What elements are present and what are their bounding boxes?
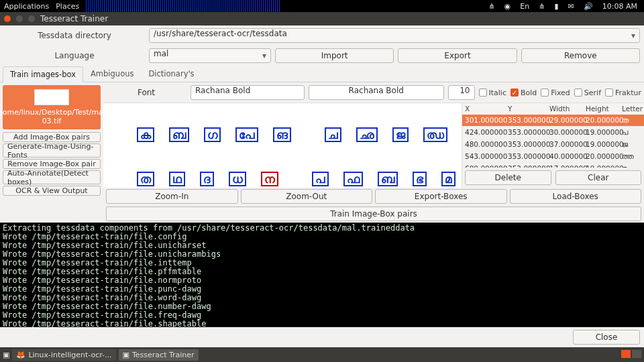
workspace-switcher[interactable] (620, 350, 641, 360)
image-thumbnail[interactable]: /home/linux/Desktop/Test/mal-03.tif (3, 85, 101, 129)
table-cell: 17.000000 (547, 163, 583, 168)
table-row[interactable]: 301.000000353.00000029.00000020.000000ത (462, 115, 644, 127)
tessdata-dir-select[interactable]: /usr/share/tesseract-ocr/tessdata (149, 28, 640, 43)
table-row[interactable]: 609.000000353.00000017.00000019.000000ഒ (462, 163, 644, 168)
clear-boxes-button[interactable]: Clear (555, 170, 642, 185)
glyph-box[interactable]: ങ (273, 127, 291, 142)
glyph-box[interactable]: ക (137, 127, 154, 142)
audio-visualizer (86, 0, 280, 12)
font-size-input[interactable]: 10 (448, 85, 475, 100)
volume-icon[interactable]: 🔊 (584, 2, 593, 11)
import-button[interactable]: Import (275, 48, 394, 63)
glyph-box[interactable]: ധ (229, 172, 246, 186)
table-cell: 301.000000 (462, 115, 505, 126)
table-cell: 480.000000 (462, 139, 505, 150)
bluetooth-icon[interactable]: ⋔ (489, 2, 495, 11)
glyph-box[interactable]: ജ (392, 127, 409, 142)
tessdata-dir-value: /usr/share/tesseract-ocr/tessdata (154, 29, 287, 38)
table-cell: 30.000000 (547, 127, 583, 138)
serif-checkbox[interactable]: Serif (574, 88, 601, 97)
clock[interactable]: 10:08 AM (602, 2, 637, 11)
glyph-box[interactable]: ഭ (413, 172, 427, 186)
mail-icon[interactable]: ✉ (568, 2, 574, 11)
glyph-box[interactable]: ദ (200, 172, 214, 186)
load-boxes-button[interactable]: Load-Boxes (510, 189, 642, 204)
battery-icon[interactable]: ▮ (555, 2, 559, 11)
boxes-table[interactable]: X Y Width Height Letter 301.000000353.00… (462, 103, 644, 168)
table-cell: 19.000000 (583, 127, 619, 138)
language-select[interactable]: mal (149, 48, 271, 63)
glyph-box[interactable]: പ (312, 172, 329, 186)
zoom-in-button[interactable]: Zoom-In (106, 189, 238, 204)
table-cell: 20.000000 (583, 115, 619, 126)
glyph-box[interactable]: ഝ (423, 127, 447, 142)
firefox-icon: 🦊 (16, 351, 25, 359)
table-cell: 353.000000 (505, 139, 547, 150)
table-row[interactable]: 480.000000353.00000037.00000019.000000ജ (462, 139, 644, 151)
table-cell: 353.000000 (505, 127, 547, 138)
table-cell: 19.000000 (583, 163, 619, 168)
table-cell: 424.000000 (462, 127, 505, 138)
table-cell: 353.000000 (505, 163, 547, 168)
table-cell: 40.000000 (547, 151, 583, 162)
activities-applications[interactable]: Applications (4, 2, 49, 11)
bold-checkbox[interactable]: ✓Bold (511, 88, 537, 97)
glyph-box[interactable]: ഛ (356, 127, 378, 142)
tessdata-label: Tessdata directory (4, 31, 145, 40)
tab-dictionary[interactable]: Dictionary's (141, 66, 201, 82)
glyph-box[interactable]: ത (137, 172, 154, 186)
close-button[interactable]: Close (573, 330, 640, 345)
window-min-icon[interactable] (16, 15, 23, 22)
glyph-box-selected[interactable]: ന (261, 172, 278, 186)
zoom-out-button[interactable]: Zoom-Out (241, 189, 373, 204)
taskbar-item[interactable]: ▣ Tesseract Trainer (119, 349, 199, 361)
font-family-input[interactable]: Rachana Bold (191, 85, 305, 100)
table-row[interactable]: 543.000000353.00000040.00000020.000000ത്… (462, 151, 644, 163)
window-close-icon[interactable] (4, 15, 11, 22)
font-label: Font (106, 88, 186, 97)
remove-image-box-button[interactable]: Remove Image-Box pair (3, 159, 101, 169)
window-max-icon[interactable] (28, 15, 35, 22)
export-button[interactable]: Export (398, 48, 517, 63)
generate-image-fonts-button[interactable]: Generate-Image-Using-Fonts (3, 143, 101, 158)
add-image-box-button[interactable]: Add Image-Box pairs (3, 132, 101, 142)
glyph-box[interactable]: ച (325, 127, 341, 142)
window-title: Tesseract Trainer (40, 14, 108, 23)
table-cell: 19.000000 (583, 139, 619, 150)
table-cell: 353.000000 (505, 115, 547, 126)
bluetooth2-icon[interactable]: ⋔ (539, 2, 545, 11)
font-preview: Rachana Bold (309, 85, 444, 100)
italic-checkbox[interactable]: Italic (479, 88, 506, 97)
glyph-box[interactable]: ബ (169, 127, 189, 142)
thumbnail-path: /home/linux/Desktop/Test/mal-03.tif (0, 108, 108, 125)
taskbar-item-label: Linux-intelligent-ocr-... (28, 351, 111, 359)
lang-indicator[interactable]: En (520, 2, 529, 11)
delete-box-button[interactable]: Delete (465, 170, 551, 185)
taskbar-item-label: Tesseract Trainer (132, 351, 195, 359)
glyph-box[interactable]: ഥ (169, 172, 185, 186)
auto-annotate-button[interactable]: Auto-Annotate(Detect boxes) (3, 170, 101, 184)
train-pairs-button[interactable]: Train Image-Box pairs (106, 206, 641, 221)
export-boxes-button[interactable]: Export-Boxes (375, 189, 507, 204)
glyph-box[interactable]: ബ (378, 172, 398, 186)
remove-button[interactable]: Remove (521, 48, 640, 63)
output-terminal[interactable]: Extracting tessdata components from /usr… (0, 223, 644, 327)
show-desktop-icon[interactable]: ▣ (3, 351, 9, 359)
tab-ambiguous[interactable]: Ambiguous (83, 66, 141, 82)
table-row[interactable]: 424.000000353.00000030.00000019.000000പ (462, 127, 644, 139)
training-canvas[interactable]: ക ബ ഗ പേ ങ ച ഛ ജ ഝ ഞ ത ഥ ദ (103, 103, 462, 188)
table-cell: 20.000000 (583, 151, 619, 162)
fixed-checkbox[interactable]: Fixed (541, 88, 570, 97)
table-cell: ത (619, 115, 644, 126)
activities-places[interactable]: Places (56, 2, 79, 11)
taskbar-item[interactable]: 🦊 Linux-intelligent-ocr-... (12, 349, 115, 361)
glyph-box[interactable]: ഗ (204, 127, 221, 142)
glyph-box[interactable]: മ (441, 172, 455, 186)
tab-train-images-box[interactable]: Train images-box (3, 66, 83, 82)
fraktur-checkbox[interactable]: Fraktur (605, 88, 641, 97)
wifi-icon[interactable]: ◉ (504, 2, 511, 11)
thumbnail-preview (34, 89, 69, 105)
glyph-box[interactable]: ഫ (343, 172, 363, 186)
glyph-box[interactable]: പേ (235, 127, 258, 142)
table-header: X Y Width Height Letter (462, 103, 644, 115)
